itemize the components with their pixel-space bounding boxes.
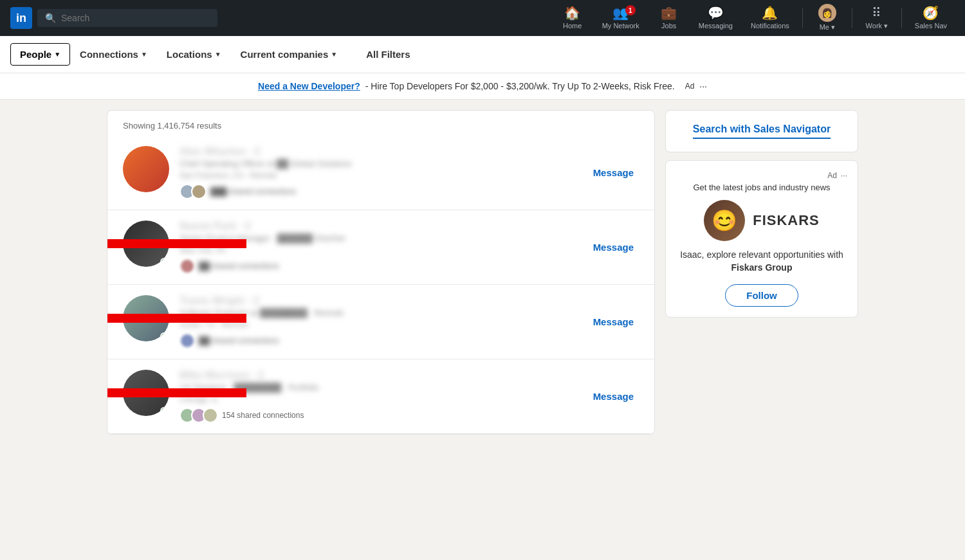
mutual-text-4: 154 shared connections xyxy=(222,411,304,420)
messaging-icon: 💬 xyxy=(708,5,724,21)
all-filters[interactable]: All Filters xyxy=(357,44,419,65)
ad-banner-link[interactable]: Need a New Developer? xyxy=(258,81,360,91)
main-layout: Showing 1,416,754 results Alex Wharton ·… xyxy=(96,100,868,445)
filter-companies-label: Current companies xyxy=(241,49,329,60)
message-button-3[interactable]: Message xyxy=(588,314,639,330)
nav-divider-2 xyxy=(852,8,852,28)
ad-card: Ad ··· Get the latest jobs and industry … xyxy=(665,160,858,318)
ad-banner-body: - Hire Top Developers For $2,000 - $3,20… xyxy=(365,81,675,91)
person-card-3: Travis Wright · 2 Software Engineer at █… xyxy=(107,285,654,359)
nav-label-me: Me ▾ xyxy=(820,23,835,32)
jobs-icon: 💼 xyxy=(661,5,677,21)
nav-label-work: Work ▾ xyxy=(866,22,888,30)
filter-people[interactable]: People ▼ xyxy=(10,43,70,66)
ad-banner-label: Ad xyxy=(685,82,695,91)
person-title-4: UX Designer · ████████ · Portfolio xyxy=(179,383,578,392)
navbar: in 🔍 🏠 Home 👥 My Network 1 💼 Jobs 💬 Mess… xyxy=(0,0,965,36)
ad-card-dots[interactable]: ··· xyxy=(841,171,847,180)
person-card-4: Mike Morrison · 2 UX Designer · ████████… xyxy=(107,359,654,434)
person-title-2: Senior Product Manager · ██████ She/Her xyxy=(179,233,578,243)
person-info-1: Alex Wharton · 2 Chief Operating Officer… xyxy=(179,146,578,199)
filter-locations-label: Locations xyxy=(167,49,212,60)
avatar-1 xyxy=(123,146,169,192)
chevron-down-icon-3: ▼ xyxy=(215,51,221,58)
ad-card-tagline: Get the latest jobs and industry news xyxy=(676,183,847,192)
person-title-3: Software Engineer at ████████ · Remote xyxy=(179,308,578,318)
person-name-3[interactable]: Travis Wright · 2 xyxy=(179,295,578,307)
nav-label-my-network: My Network xyxy=(602,22,639,30)
person-mutual-1: ███ shared connections xyxy=(179,184,578,199)
chevron-down-icon-4: ▼ xyxy=(331,51,337,58)
nav-item-my-network[interactable]: 👥 My Network 1 xyxy=(594,0,647,36)
mutual-avatar xyxy=(203,408,218,423)
nav-label-sales-nav: Sales Nav xyxy=(915,22,947,30)
person-mutual-3: ██ shared connections xyxy=(179,333,578,348)
message-button-2[interactable]: Message xyxy=(588,239,639,255)
mutual-avatars-4 xyxy=(179,408,218,423)
follow-button[interactable]: Follow xyxy=(725,284,798,307)
company-promo: 😊 FISKARS Isaac, explore relevant opport… xyxy=(676,200,847,307)
ad-banner: Need a New Developer? - Hire Top Develop… xyxy=(0,73,965,100)
company-promo-row: 😊 FISKARS xyxy=(704,200,820,241)
company-desc: Isaac, explore relevant opportunities wi… xyxy=(676,249,847,274)
person-name-2[interactable]: Naomi Park · 2 xyxy=(179,221,578,232)
nav-item-notifications[interactable]: 🔔 Notifications xyxy=(743,0,797,36)
search-icon: 🔍 xyxy=(45,13,56,23)
nav-divider-3 xyxy=(901,8,902,28)
nav-item-sales-nav[interactable]: 🧭 Sales Nav xyxy=(907,0,955,36)
company-name-bold: Fiskars Group xyxy=(731,262,793,273)
person-location-4: Chicago, IL xyxy=(179,395,578,404)
avatar-3 xyxy=(123,295,169,341)
nav-label-jobs: Jobs xyxy=(661,22,676,30)
online-status-2 xyxy=(160,258,168,266)
work-icon: ⠿ xyxy=(872,5,881,21)
mutual-avatars-2 xyxy=(179,258,195,274)
mutual-avatars-3 xyxy=(179,333,195,348)
ad-card-label: Ad xyxy=(827,171,837,180)
linkedin-logo[interactable]: in xyxy=(10,7,32,29)
person-name-4[interactable]: Mike Morrison · 2 xyxy=(179,370,578,381)
filters-bar: People ▼ Connections ▼ Locations ▼ Curre… xyxy=(0,36,965,73)
search-input[interactable] xyxy=(61,13,210,23)
notifications-icon: 🔔 xyxy=(762,5,778,21)
nav-item-me[interactable]: 👩 Me ▾ xyxy=(808,0,847,36)
nav-item-home[interactable]: 🏠 Home xyxy=(553,0,592,36)
person-info-3: Travis Wright · 2 Software Engineer at █… xyxy=(179,295,578,348)
results-count: Showing 1,416,754 results xyxy=(107,111,654,136)
person-card-2: Naomi Park · 2 Senior Product Manager · … xyxy=(107,210,654,285)
chevron-down-icon: ▼ xyxy=(54,51,60,58)
company-desc-prefix: Isaac, explore relevant opportunities wi… xyxy=(680,249,843,260)
filter-companies[interactable]: Current companies ▼ xyxy=(231,43,347,66)
sales-nav-card: Search with Sales Navigator xyxy=(665,110,858,152)
filter-connections-label: Connections xyxy=(80,49,138,60)
mutual-text-3: ██ shared connections xyxy=(199,336,279,345)
mutual-avatars-1 xyxy=(179,184,207,199)
filter-connections[interactable]: Connections ▼ xyxy=(70,43,157,66)
nav-item-jobs[interactable]: 💼 Jobs xyxy=(650,0,688,36)
person-mutual-2: ██ shared connections xyxy=(179,258,578,274)
filter-locations[interactable]: Locations ▼ xyxy=(157,43,231,66)
person-info-2: Naomi Park · 2 Senior Product Manager · … xyxy=(179,221,578,274)
mutual-avatar xyxy=(179,258,195,274)
search-bar[interactable]: 🔍 xyxy=(37,9,217,27)
person-mutual-4: 154 shared connections xyxy=(179,408,578,423)
mutual-avatar xyxy=(191,184,207,199)
sidebar: Search with Sales Navigator Ad ··· Get t… xyxy=(665,110,858,435)
chevron-down-icon-2: ▼ xyxy=(141,51,147,58)
ad-more-icon[interactable]: ··· xyxy=(699,81,707,91)
company-logo: FISKARS xyxy=(753,212,820,229)
nav-item-messaging[interactable]: 💬 Messaging xyxy=(691,0,740,36)
nav-items: 🏠 Home 👥 My Network 1 💼 Jobs 💬 Messaging… xyxy=(553,0,955,36)
person-location-2: New York, NY xyxy=(179,246,578,255)
message-button-1[interactable]: Message xyxy=(588,165,639,181)
online-status-4 xyxy=(160,407,168,415)
person-info-4: Mike Morrison · 2 UX Designer · ████████… xyxy=(179,370,578,423)
person-name-1[interactable]: Alex Wharton · 2 xyxy=(179,146,578,158)
person-title-1: Chief Operating Officer at ██ Global Sol… xyxy=(179,159,578,168)
nav-label-messaging: Messaging xyxy=(699,22,733,30)
my-network-badge: 1 xyxy=(625,5,636,15)
ad-card-header: Ad ··· xyxy=(676,171,847,180)
sales-nav-link[interactable]: Search with Sales Navigator xyxy=(693,123,831,139)
nav-item-work[interactable]: ⠿ Work ▾ xyxy=(858,0,896,36)
message-button-4[interactable]: Message xyxy=(588,388,639,404)
